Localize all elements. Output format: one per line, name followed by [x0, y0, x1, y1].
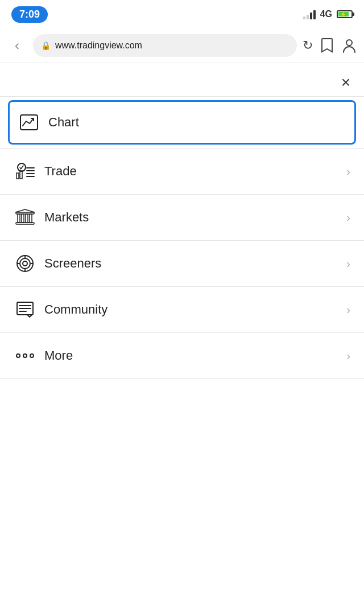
svg-point-16: [20, 258, 30, 269]
menu-item-trade[interactable]: Trade ›: [0, 149, 364, 194]
menu-top-divider: [0, 96, 364, 97]
markets-label: Markets: [44, 210, 346, 225]
svg-point-17: [23, 261, 27, 266]
svg-rect-13: [26, 214, 28, 223]
more-label: More: [44, 348, 346, 363]
url-bar[interactable]: 🔒 www.tradingview.com: [33, 34, 297, 57]
menu-item-more[interactable]: More ›: [0, 333, 364, 378]
svg-point-26: [16, 354, 20, 357]
menu-container: × Chart: [0, 63, 364, 385]
markets-chevron: ›: [346, 211, 350, 224]
markets-icon: [14, 206, 36, 229]
community-label: Community: [44, 302, 346, 317]
browser-bar: ‹ 🔒 www.tradingview.com ↻: [0, 28, 364, 63]
trade-icon: [14, 160, 36, 183]
community-chevron: ›: [346, 303, 350, 316]
network-label: 4G: [320, 9, 332, 19]
community-icon: [14, 298, 36, 321]
svg-rect-1: [20, 115, 38, 130]
bookmark-button[interactable]: [321, 38, 333, 53]
svg-rect-11: [18, 214, 20, 223]
svg-rect-14: [30, 214, 32, 223]
svg-rect-8: [20, 171, 22, 179]
trade-label: Trade: [44, 164, 346, 179]
reload-button[interactable]: ↻: [303, 38, 313, 53]
more-icon: [14, 344, 36, 367]
url-text: www.tradingview.com: [55, 40, 289, 51]
signal-icon: [303, 9, 316, 19]
chart-icon: [18, 111, 40, 134]
status-time: 7:09: [11, 6, 48, 23]
chart-label: Chart: [48, 115, 346, 130]
svg-point-28: [30, 354, 34, 357]
close-button[interactable]: ×: [341, 75, 350, 90]
battery-icon: ⚡: [337, 10, 353, 18]
profile-button[interactable]: [341, 38, 357, 53]
menu-item-markets[interactable]: Markets ›: [0, 195, 364, 240]
svg-rect-12: [22, 214, 24, 223]
menu-item-screeners[interactable]: Screeners ›: [0, 241, 364, 286]
svg-point-27: [23, 354, 27, 357]
browser-actions: ↻: [303, 38, 357, 53]
status-bar: 7:09 4G ⚡: [0, 0, 364, 28]
close-area: ×: [0, 69, 364, 96]
status-icons: 4G ⚡: [303, 9, 353, 19]
trade-chevron: ›: [346, 165, 350, 178]
screeners-icon: [14, 252, 36, 275]
svg-point-0: [346, 40, 352, 46]
divider-6: [0, 378, 364, 379]
screeners-label: Screeners: [44, 256, 346, 271]
svg-rect-7: [16, 173, 19, 179]
lock-icon: 🔒: [41, 41, 51, 50]
back-button[interactable]: ‹: [7, 38, 27, 53]
more-chevron: ›: [346, 349, 350, 363]
screeners-chevron: ›: [346, 257, 350, 270]
menu-item-chart[interactable]: Chart: [8, 100, 356, 145]
menu-item-community[interactable]: Community ›: [0, 287, 364, 332]
